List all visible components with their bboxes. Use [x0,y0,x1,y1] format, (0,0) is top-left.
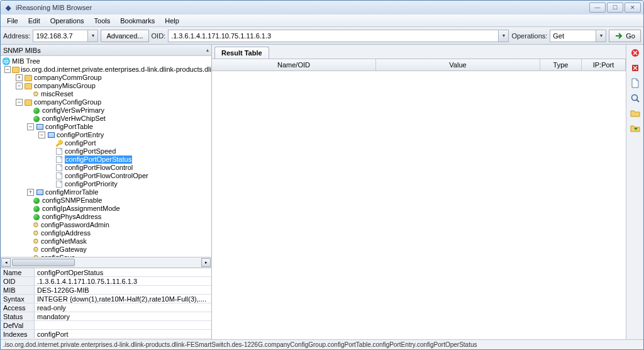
leaf-icon [33,116,40,122]
gear-icon: ⚙ [32,222,40,229]
menubar: File Edit Operations Tools Bookmarks Hel… [1,14,643,27]
expand-toggle[interactable]: − [4,66,11,73]
maximize-button[interactable]: ☐ [607,3,623,13]
folder-open-icon [12,67,19,73]
folder-icon [25,75,32,81]
gear-icon: ⚙ [32,246,40,254]
tree-item[interactable]: configPortEntry [57,131,104,139]
menu-bookmarks[interactable]: Bookmarks [116,16,158,26]
gear-icon: ⚙ [32,238,40,246]
expand-toggle[interactable]: + [27,189,34,196]
col-type[interactable]: Type [540,59,582,71]
tree-item[interactable]: configPasswordAdmin [41,221,109,229]
tree-item[interactable]: configPortFlowControlOper [65,172,148,180]
page-icon [56,156,62,163]
menu-help[interactable]: Help [161,16,183,26]
prop-key: OID [1,277,35,285]
col-ipport[interactable]: IP:Port [582,59,626,71]
tree-item[interactable]: miscReset [41,90,73,98]
right-panel: Result Table Name/OID Value Type IP:Port [212,45,643,339]
tree-item[interactable]: companyCommGroup [34,74,102,82]
scroll-right-icon[interactable]: ▸ [201,258,211,267]
content: SNMP MIBs ▴ 🌐MIB Tree −iso.org.dod.inter… [1,45,643,339]
advanced-button[interactable]: Advanced... [101,30,148,42]
menu-edit[interactable]: Edit [25,16,44,26]
prop-val: configPort [35,330,211,338]
tree-root[interactable]: MIB Tree [12,57,40,65]
oid-dropdown-icon[interactable]: ▾ [498,30,508,42]
titlebar: ◆ iReasoning MIB Browser — ☐ ✕ [1,1,643,14]
search-icon[interactable] [629,93,641,104]
leaf-icon [33,206,40,212]
tree-item-selected[interactable]: configPortOperStatus [65,155,132,164]
tree-item[interactable]: configGateway [41,246,87,254]
menu-file[interactable]: File [3,16,22,26]
prop-key: DefVal [1,321,35,329]
tree-item[interactable]: companyMiscGroup [34,82,96,90]
prop-val: INTEGER {down(1),rate10M-Half(2),rate10M… [35,295,211,303]
operations-input[interactable] [550,30,596,42]
page-icon [56,172,62,179]
tree-item[interactable]: companyConfigGroup [34,98,101,106]
prop-key: Indexes [1,330,35,338]
collapse-icon[interactable]: ▴ [206,47,209,53]
app-logon-icon: ◆ [3,3,13,13]
oid-input[interactable] [169,30,498,42]
tree-item[interactable]: configPortFlowControl [65,164,133,172]
folder-save-icon[interactable] [629,123,641,134]
operations-combo[interactable]: ▾ [550,30,606,42]
close-tab-icon[interactable] [629,47,641,59]
tree-item[interactable]: configVerHwChipSet [42,115,106,123]
tree-item[interactable]: configSNMPEnable [42,196,102,205]
scroll-thumb[interactable] [12,259,75,266]
minimize-button[interactable]: — [589,3,606,13]
folder-open-icon [25,83,32,89]
prop-key: Syntax [1,295,35,303]
address-combo[interactable]: ▾ [33,30,98,42]
page-icon [56,181,62,188]
operations-dropdown-icon[interactable]: ▾ [596,30,606,42]
tree-item[interactable]: configIpAssignmentMode [42,205,120,213]
tree-item[interactable]: configPortSpeed [65,147,116,155]
status-text: .iso.org.dod.internet.private.enterprise… [3,341,477,348]
tree-item[interactable]: configPort [65,139,96,147]
folder-open-icon[interactable] [629,108,641,119]
left-panel: SNMP MIBs ▴ 🌐MIB Tree −iso.org.dod.inter… [1,45,212,339]
delete-icon[interactable] [629,62,641,74]
col-value[interactable]: Value [376,59,540,71]
expand-toggle[interactable]: − [27,123,34,130]
tree-hscrollbar[interactable]: ◂ ▸ [1,257,211,268]
menu-operations[interactable]: Operations [47,16,88,26]
mib-tree[interactable]: 🌐MIB Tree −iso.org.dod.internet.private.… [1,56,211,257]
prop-key: Name [1,268,35,276]
tree-item[interactable]: configPortPriority [65,180,118,188]
tree-item[interactable]: configPhysAddress [42,213,101,221]
tab-result-table[interactable]: Result Table [214,47,269,59]
tree-item[interactable]: configNetMask [41,237,87,246]
tree-item[interactable]: configPortTable [45,123,93,131]
address-dropdown-icon[interactable]: ▾ [87,30,97,42]
go-button[interactable]: Go [609,30,641,42]
prop-key: Access [1,303,35,312]
expand-toggle[interactable]: − [38,132,45,138]
expand-toggle[interactable]: − [16,99,23,106]
expand-toggle[interactable]: − [16,82,23,89]
address-input[interactable] [33,30,87,42]
close-button[interactable]: ✕ [625,3,641,13]
scroll-left-icon[interactable]: ◂ [1,258,11,267]
col-name-oid[interactable]: Name/OID [212,59,376,71]
menu-tools[interactable]: Tools [91,16,114,26]
key-icon: 🔑 [55,140,64,147]
prop-val [35,321,211,329]
operations-label: Operations: [511,32,547,40]
tree-iso-path[interactable]: iso.org.dod.internet.private.enterprises… [21,65,211,74]
expand-toggle[interactable]: + [16,74,23,81]
tree-item[interactable]: configVerSwPrimary [42,106,104,115]
toolbar: Address: ▾ Advanced... OID: ▾ Operations… [1,27,643,45]
tree-item[interactable]: configMirrorTable [45,188,98,196]
tree-item[interactable]: configIpAddress [41,229,91,237]
tabbar: Result Table [212,45,626,59]
oid-combo[interactable]: ▾ [168,30,509,42]
prop-val: configPortOperStatus [35,268,211,276]
new-page-icon[interactable] [629,77,641,89]
